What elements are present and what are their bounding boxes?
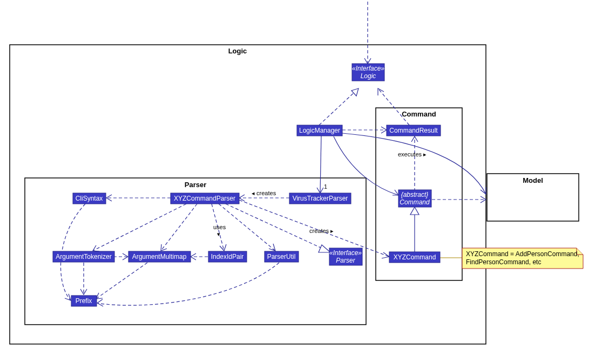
label-creates1: ◂ creates <box>252 190 276 196</box>
node-prefix: Prefix <box>71 296 97 306</box>
note-xyzcommand: XYZCommand = AddPersonCommand, FindPerso… <box>462 248 583 269</box>
svg-text:FindPersonCommand, etc: FindPersonCommand, etc <box>466 258 541 266</box>
svg-text:XYZCommand: XYZCommand <box>394 253 436 261</box>
svg-text:«Interface»: «Interface» <box>352 65 384 72</box>
svg-text:VirusTrackerParser: VirusTrackerParser <box>293 195 348 202</box>
svg-text:CommandResult: CommandResult <box>389 127 438 134</box>
edge-parserutil-to-prefix <box>97 263 279 305</box>
label-creates2: creates ▸ <box>309 228 334 234</box>
edge-xyzcp-to-argmultimap <box>161 204 197 251</box>
node-parser-util: ParserUtil <box>265 251 299 262</box>
svg-marker-0 <box>351 88 358 96</box>
svg-text:ArgumentMultimap: ArgumentMultimap <box>132 253 187 260</box>
edge-xyzcp-to-parserutil <box>219 204 275 251</box>
svg-marker-2 <box>319 245 330 252</box>
node-logic-manager: LogicManager <box>297 125 342 136</box>
svg-text:Parser: Parser <box>336 257 355 264</box>
logic-frame-title: Logic <box>228 47 247 55</box>
node-argument-multimap: ArgumentMultimap <box>128 251 191 262</box>
uml-diagram: Logic Parser Command Model 1 executes ▸ … <box>0 0 609 364</box>
svg-marker-1 <box>410 207 419 215</box>
svg-text:ParserUtil: ParserUtil <box>267 253 296 260</box>
svg-text:Logic: Logic <box>361 72 376 80</box>
svg-text:«Interface»: «Interface» <box>329 249 362 257</box>
svg-text:LogicManager: LogicManager <box>299 127 340 134</box>
edge-argmm-to-prefix <box>96 263 147 299</box>
svg-text:Prefix: Prefix <box>76 297 92 305</box>
edge-logicmanager-to-virustrackerparser <box>320 136 321 193</box>
node-abstract-command: {abstract} Command <box>398 190 431 207</box>
label-uses: uses <box>213 224 226 230</box>
edge-logicmanager-realizes-ilogic <box>319 88 358 125</box>
svg-text:ArgumentTokenizer: ArgumentTokenizer <box>56 253 111 260</box>
node-argument-tokenizer: ArgumentTokenizer <box>53 251 114 262</box>
svg-text:XYZCommandParser: XYZCommandParser <box>174 195 235 202</box>
edge-xyzcp-to-argtokenizer <box>93 204 186 251</box>
node-xyz-command: XYZCommand <box>389 252 440 263</box>
parser-frame-title: Parser <box>185 181 206 189</box>
edge-logicmanager-to-model <box>342 133 486 194</box>
node-command-result: CommandResult <box>387 125 441 136</box>
model-frame-title: Model <box>523 176 543 184</box>
mult-label-1: 1 <box>324 183 327 190</box>
label-uses-arrow: ▾ <box>217 231 220 237</box>
edge-commandresult-to-ilogic <box>378 88 409 125</box>
command-frame-title: Command <box>402 110 436 118</box>
svg-text:IndexIdPair: IndexIdPair <box>211 253 244 260</box>
label-executes: executes ▸ <box>398 151 427 157</box>
node-interface-parser: «Interface» Parser <box>329 248 362 265</box>
svg-text:Command: Command <box>400 198 430 206</box>
svg-text:{abstract}: {abstract} <box>401 191 429 198</box>
node-xyz-command-parser: XYZCommandParser <box>171 193 239 204</box>
node-cli-syntax: CliSyntax <box>73 193 106 204</box>
edge-xyzcp-realizes-iparser <box>226 204 324 249</box>
svg-text:XYZCommand = AddPersonCommand,: XYZCommand = AddPersonCommand, <box>466 250 579 258</box>
node-interface-logic: «Interface» Logic <box>352 64 384 81</box>
node-virus-tracker-parser: VirusTrackerParser <box>289 193 351 204</box>
svg-text:CliSyntax: CliSyntax <box>76 195 103 202</box>
node-index-id-pair: IndexIdPair <box>208 251 247 262</box>
